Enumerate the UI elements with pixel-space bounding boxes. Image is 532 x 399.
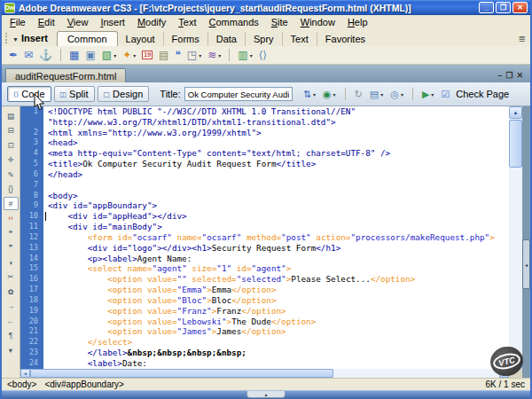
hscroll-thumb[interactable] — [30, 369, 333, 378]
dropdown-arrow-icon[interactable]: ▾ — [113, 52, 116, 59]
code-line[interactable]: 1<!DOCTYPE html PUBLIC "-//W3C//DTD XHTM… — [20, 106, 509, 117]
code-line[interactable]: 20 <option value="Lebowski">The Dude</op… — [20, 317, 509, 327]
line-number[interactable]: 21 — [20, 326, 43, 337]
document-tab[interactable]: auditRequestForm.html — [5, 68, 126, 82]
line-number[interactable]: 22 — [20, 337, 43, 348]
code-text[interactable]: <div id="appHead"></div> — [43, 211, 509, 222]
templates-icon[interactable]: ▥▾ — [238, 50, 252, 60]
code-line[interactable]: 2<html xmlns="http://www.w3.org/1999/xht… — [20, 128, 509, 138]
insert-tab-common[interactable]: Common — [57, 31, 118, 46]
balance-braces-icon[interactable]: {} — [4, 183, 19, 196]
code-text[interactable]: <head> — [43, 137, 509, 148]
line-number[interactable]: 8 — [20, 191, 43, 201]
horizontal-scrollbar[interactable]: ◂ ▸ — [20, 369, 509, 378]
line-number[interactable]: 16 — [20, 274, 43, 285]
code-text[interactable]: <div id="mainBody"> — [43, 222, 509, 232]
preview-browser-icon[interactable]: ◉▾ — [323, 89, 336, 99]
title-input[interactable] — [184, 87, 293, 101]
line-number[interactable]: 12 — [20, 232, 43, 243]
property-inspector-expander[interactable]: ▴ — [246, 391, 286, 398]
line-number[interactable]: 10 — [20, 211, 43, 222]
line-number[interactable]: 7 — [20, 180, 43, 191]
doc-restore-icon[interactable]: ❐ — [505, 71, 512, 80]
code-line[interactable]: 19 <option value="Franz">Franz</option> — [20, 306, 509, 317]
code-line[interactable]: 15 <select name="agent" size="1" id="age… — [20, 263, 509, 274]
code-text[interactable]: <title>Ok Computer Security Audit Reques… — [43, 159, 509, 169]
doc-close-icon[interactable]: ✕ — [516, 71, 523, 80]
indent-icon[interactable]: → — [4, 300, 19, 313]
insert-tab-layout[interactable]: Layout — [118, 32, 164, 46]
dropdown-arrow-icon[interactable]: ▾ — [431, 91, 434, 98]
outdent-icon[interactable]: ← — [4, 314, 19, 327]
dropdown-arrow-icon[interactable]: ▾ — [250, 52, 253, 59]
file-management-icon[interactable]: ⇅▾ — [303, 89, 316, 99]
line-number[interactable]: 6 — [20, 169, 43, 180]
line-number[interactable]: 15 — [20, 263, 43, 274]
code-text[interactable]: <body> — [43, 191, 509, 201]
collapse-arrow-icon[interactable]: ▼ — [12, 36, 19, 43]
scroll-thumb[interactable] — [509, 120, 522, 168]
code-line[interactable]: 23 </label>&nbsp;&nbsp;&nbsp;&nbsp; — [20, 348, 509, 358]
code-line[interactable]: 18 <option value="Bloc">Bloc</option> — [20, 295, 509, 306]
scroll-left-icon[interactable]: ◂ — [20, 369, 30, 378]
menu-item-view[interactable]: View — [61, 16, 95, 28]
code-text[interactable]: <html xmlns="http://www.w3.org/1999/xhtm… — [43, 128, 509, 138]
visual-aids-icon[interactable]: ◎▾ — [390, 89, 403, 99]
move-css-icon[interactable]: ✿ — [4, 285, 19, 298]
code-line[interactable]: 21 <option value="James">James</option> — [20, 326, 509, 337]
collapse-full-tag-icon[interactable]: ⊟ — [4, 124, 19, 137]
scroll-up-icon[interactable]: ▲ — [509, 106, 522, 119]
named-anchor-icon[interactable]: ⚓ — [39, 50, 52, 60]
code-line[interactable]: 12 <form id="ocsarf" name="ocsarf" metho… — [20, 232, 509, 243]
dropdown-arrow-icon[interactable]: ▾ — [333, 91, 336, 98]
menu-item-site[interactable]: Site — [265, 16, 294, 28]
line-number[interactable]: 2 — [20, 128, 43, 138]
doc-minimize-icon[interactable]: – — [497, 71, 502, 80]
panel-menu-icon[interactable]: ≣ — [519, 34, 526, 43]
code-line[interactable]: 6</head> — [20, 169, 509, 180]
code-line[interactable]: 11 <div id="mainBody"> — [20, 222, 509, 232]
menu-item-window[interactable]: Window — [294, 16, 341, 28]
dropdown-arrow-icon[interactable]: ▾ — [218, 52, 221, 59]
line-number[interactable]: 11 — [20, 222, 43, 232]
collapse-selection-icon[interactable]: ⊡ — [4, 138, 19, 152]
code-line[interactable]: 24 <label>Date: — [20, 358, 509, 369]
code-line[interactable]: 7 — [20, 180, 509, 191]
code-line[interactable]: 8<body> — [20, 191, 509, 201]
table-icon[interactable]: ▦ — [69, 50, 79, 60]
insert-tab-favorites[interactable]: Favorites — [317, 32, 373, 46]
code-text[interactable]: "http://www.w3.org/TR/xhtml1/DTD/xhtml1-… — [43, 117, 509, 128]
restore-button[interactable]: ❐ — [496, 2, 511, 13]
code-text[interactable]: <form id="ocsarf" name="ocsarf" method="… — [43, 232, 509, 243]
code-line[interactable]: 3<head> — [20, 137, 509, 148]
date-icon[interactable]: 19 — [142, 51, 153, 59]
code-text[interactable]: <select name="agent" size="1" id="agent"… — [43, 263, 509, 274]
menu-item-file[interactable]: File — [4, 16, 32, 28]
line-number[interactable]: 17 — [20, 285, 43, 295]
hyperlink-icon[interactable]: ✒ — [9, 50, 18, 60]
insert-tab-text[interactable]: Text — [283, 32, 317, 46]
line-numbers-icon[interactable]: # — [4, 197, 19, 210]
view-options-icon[interactable]: ▤▾ — [370, 89, 383, 99]
media-icon[interactable]: ✦▾ — [122, 50, 136, 60]
select-parent-tag-icon[interactable]: ✎ — [4, 168, 19, 181]
panel-grip[interactable] — [5, 33, 9, 43]
code-line[interactable]: 16 <option value="" selected="selected">… — [20, 274, 509, 285]
insert-tab-forms[interactable]: Forms — [164, 32, 208, 46]
code-line[interactable]: 22 </select> — [20, 337, 509, 348]
code-text[interactable]: <p><label>Agent Name: — [43, 254, 509, 264]
code-text[interactable]: <option value="Bloc">Bloc</option> — [43, 295, 509, 306]
highlight-invalid-code-icon[interactable]: ‹› — [4, 212, 19, 225]
code-text[interactable]: <option value="James">James</option> — [43, 326, 509, 337]
line-number[interactable]: 3 — [20, 137, 43, 148]
code-line[interactable]: 13 <div id="logo"></div><h1>Security Req… — [20, 243, 509, 254]
menu-item-help[interactable]: Help — [341, 16, 374, 28]
check-browser-icon[interactable]: ☑ — [441, 89, 450, 99]
dropdown-arrow-icon[interactable]: ▾ — [133, 52, 136, 59]
line-number[interactable]: 19 — [20, 306, 43, 317]
code-text[interactable]: <!DOCTYPE html PUBLIC "-//W3C//DTD XHTML… — [43, 106, 509, 117]
refresh-icon[interactable]: ↻ — [355, 89, 363, 99]
code-text[interactable]: <option value="Emma">Emma</option> — [43, 285, 509, 295]
menu-item-text[interactable]: Text — [172, 16, 202, 28]
tag-selector-item[interactable]: <div#appBoundary> — [44, 379, 124, 389]
